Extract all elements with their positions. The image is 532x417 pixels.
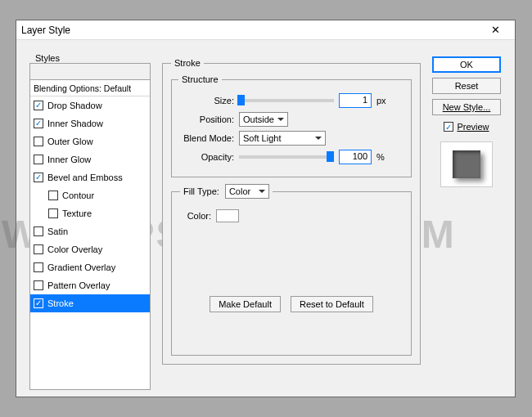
style-item-gradient-overlay[interactable]: Gradient Overlay (30, 258, 150, 276)
style-item-inner-glow[interactable]: Inner Glow (30, 150, 150, 168)
filltype-select[interactable]: Color (225, 184, 269, 199)
opacity-input[interactable]: 100 (339, 150, 372, 164)
structure-group: Structure Size: 1 px Position: Outside B… (171, 74, 412, 177)
color-swatch[interactable] (216, 209, 239, 222)
checkbox[interactable] (34, 155, 43, 164)
style-item-label: Contour (62, 191, 94, 200)
style-item-label: Outer Glow (47, 137, 93, 146)
blendmode-value: Soft Light (243, 133, 281, 143)
new-style-button[interactable]: New Style... (432, 99, 501, 115)
blendmode-select[interactable]: Soft Light (239, 131, 326, 146)
preview-checkbox[interactable]: ✓ (444, 122, 453, 132)
style-item-pattern-overlay[interactable]: Pattern Overlay (30, 276, 150, 294)
make-default-button[interactable]: Make Default (210, 296, 281, 312)
checkbox[interactable]: ✓ (34, 119, 43, 128)
checkbox[interactable] (48, 208, 58, 218)
size-unit: px (376, 96, 391, 105)
style-item-label: Gradient Overlay (47, 262, 115, 272)
right-column: OK Reset New Style... ✓ Preview (431, 56, 502, 187)
blendmode-row: Blend Mode: Soft Light (178, 131, 404, 146)
preview-box (440, 141, 493, 187)
opacity-slider[interactable] (239, 155, 334, 159)
slider-thumb-icon[interactable] (237, 95, 245, 105)
blending-options[interactable]: Blending Options: Default (30, 80, 150, 96)
style-item-label: Pattern Overlay (47, 280, 110, 290)
style-item-texture[interactable]: Texture (30, 204, 150, 222)
structure-label: Structure (178, 74, 222, 84)
fill-group: Fill Type: Color Color: Make Default Res… (171, 184, 412, 356)
filltype-label: Fill Type: (183, 186, 219, 196)
style-item-drop-shadow[interactable]: ✓Drop Shadow (30, 96, 150, 114)
style-item-label: Satin (47, 226, 68, 236)
opacity-unit: % (376, 152, 391, 162)
style-item-label: Texture (62, 208, 92, 218)
style-item-color-overlay[interactable]: Color Overlay (30, 240, 150, 258)
styles-panel: Blending Options: Default ✓Drop Shadow✓I… (29, 63, 151, 390)
preview-thumbnail (453, 150, 480, 178)
window-title: Layer Style (21, 25, 70, 36)
position-select[interactable]: Outside (239, 112, 288, 127)
styles-header[interactable] (30, 64, 150, 80)
color-row: Color: (180, 209, 403, 222)
style-item-label: Drop Shadow (47, 101, 102, 110)
layer-style-dialog: Layer Style ✕ WWW.PSD-DUDE.COM Styles Bl… (16, 20, 516, 397)
checkbox[interactable]: ✓ (34, 298, 43, 308)
opacity-row: Opacity: 100 % (178, 150, 404, 164)
style-item-satin[interactable]: Satin (30, 222, 150, 240)
style-item-label: Inner Shadow (47, 119, 103, 128)
size-input[interactable]: 1 (339, 93, 372, 108)
stroke-group-label: Stroke (171, 58, 204, 68)
style-item-outer-glow[interactable]: Outer Glow (30, 132, 150, 150)
titlebar: Layer Style ✕ (16, 20, 515, 40)
position-value: Outside (243, 114, 274, 124)
styles-panel-label: Styles (33, 53, 62, 63)
reset-default-button[interactable]: Reset to Default (291, 296, 373, 312)
reset-button[interactable]: Reset (432, 78, 501, 94)
dialog-body: WWW.PSD-DUDE.COM Styles Blending Options… (16, 40, 515, 397)
checkbox[interactable] (34, 244, 43, 254)
checkbox[interactable]: ✓ (34, 101, 43, 110)
checkbox[interactable] (34, 137, 43, 146)
stroke-group: Stroke Structure Size: 1 px Position: Ou… (162, 58, 421, 365)
size-slider[interactable] (239, 99, 334, 102)
position-label: Position: (178, 114, 234, 124)
filltype-legend: Fill Type: Color (180, 184, 273, 199)
blendmode-label: Blend Mode: (178, 133, 234, 143)
position-row: Position: Outside (178, 112, 404, 127)
checkbox[interactable]: ✓ (34, 173, 43, 182)
style-item-bevel-and-emboss[interactable]: ✓Bevel and Emboss (30, 168, 150, 186)
size-label: Size: (178, 96, 234, 105)
preview-label: Preview (457, 122, 489, 132)
checkbox[interactable] (34, 226, 43, 236)
stroke-settings: Stroke Structure Size: 1 px Position: Ou… (162, 58, 421, 365)
style-item-label: Bevel and Emboss (47, 173, 123, 182)
style-item-contour[interactable]: Contour (30, 186, 150, 204)
preview-toggle[interactable]: ✓ Preview (444, 122, 489, 132)
style-item-label: Color Overlay (47, 244, 102, 254)
filltype-value: Color (229, 186, 250, 196)
checkbox[interactable] (48, 191, 58, 200)
new-style-label: New Style... (443, 102, 491, 112)
opacity-label: Opacity: (178, 152, 234, 162)
size-row: Size: 1 px (178, 93, 404, 108)
style-item-stroke[interactable]: ✓Stroke (30, 294, 150, 312)
default-buttons: Make Default Reset to Default (180, 296, 403, 312)
slider-thumb-icon[interactable] (327, 151, 334, 162)
close-icon[interactable]: ✕ (480, 24, 510, 36)
ok-button[interactable]: OK (432, 56, 501, 73)
style-item-inner-shadow[interactable]: ✓Inner Shadow (30, 114, 150, 132)
checkbox[interactable] (34, 262, 43, 272)
style-item-label: Inner Glow (47, 155, 91, 164)
checkbox[interactable] (34, 280, 43, 290)
color-label: Color: (180, 211, 211, 221)
style-item-label: Stroke (47, 298, 74, 308)
